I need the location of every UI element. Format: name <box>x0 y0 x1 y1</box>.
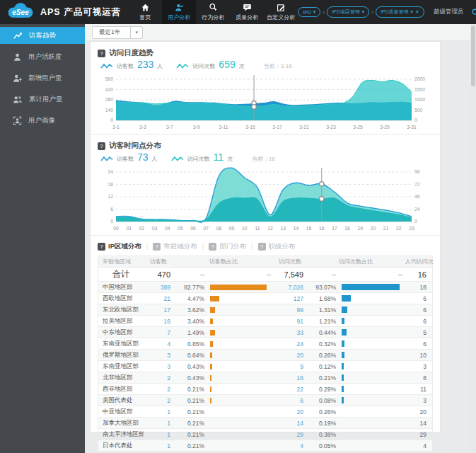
user-plus-icon <box>13 74 22 83</box>
nav-item-label: 质量分析 <box>236 13 258 21</box>
visitors-cell[interactable]: 2 <box>144 374 173 382</box>
visitors-cell[interactable]: 1 <box>144 431 173 438</box>
filter-toolbar: 最近1年 ▾ <box>85 24 476 41</box>
visitors-cell[interactable]: 21 <box>144 295 173 302</box>
column-header-1: 常驻地区域 <box>98 258 144 265</box>
table-row: 东南亚地区部40.85%240.32%6 <box>98 338 432 350</box>
scrollbar-thumb[interactable] <box>471 25 475 86</box>
table-total-row: 合计470----7,549----16 <box>98 268 432 282</box>
tab-1[interactable]: ?IP区域分布 <box>98 242 141 251</box>
visits-cell[interactable]: 91 <box>274 318 306 325</box>
close-icon[interactable]: ✕ <box>415 9 419 15</box>
search-icon[interactable] <box>470 6 476 18</box>
visits-bar <box>342 363 344 369</box>
nav-item-user-analysis[interactable]: 用户分析 <box>162 0 196 24</box>
sidebar-item-label: 用户活跃度 <box>28 52 62 62</box>
visits-pct-cell: 0.32% <box>306 340 340 348</box>
visitors-cell[interactable]: 4 <box>144 340 173 348</box>
visitors-cell[interactable]: 3 <box>144 352 173 359</box>
table-row: 俄罗斯地区部30.64%200.26%10 <box>98 350 432 361</box>
visitors-cell[interactable]: 1 <box>144 420 173 427</box>
sidebar-item-new-users[interactable]: 新增用户量 <box>0 69 85 86</box>
visitors-bar-cell <box>209 375 274 381</box>
svg-text:3-23: 3-23 <box>326 125 336 130</box>
visits-pct-cell: 1.31% <box>306 306 340 314</box>
daily-trend-chart[interactable]: 560200042015002801000140500003-13-33-73-… <box>98 73 433 134</box>
nav-item-home[interactable]: 首页 <box>128 0 162 24</box>
visits-cell[interactable]: 7,026 <box>274 284 306 291</box>
visitors-zigzag-icon <box>100 156 113 162</box>
svg-text:140: 140 <box>105 108 114 113</box>
avg-visits-cell: 18 <box>405 284 434 291</box>
visitors-cell[interactable]: 2 <box>144 397 173 404</box>
sidebar: 访客趋势用户活跃度新增用户量累计用户量用户画像 <box>0 24 85 453</box>
avg-visits-cell: 6 <box>405 318 434 325</box>
help-icon[interactable]: ? <box>98 50 105 57</box>
avg-visits-cell: 5 <box>405 329 434 336</box>
sidebar-item-total-users[interactable]: 累计用户量 <box>0 91 85 108</box>
avg-visits-cell: 20 <box>405 408 434 415</box>
visitors-bar <box>210 307 215 313</box>
svg-text:3-3: 3-3 <box>139 125 146 130</box>
chevron-down-icon: ▾ <box>411 9 414 15</box>
visits-cell[interactable]: 127 <box>274 295 306 302</box>
date-range-select[interactable]: 最近1年 ▾ <box>92 26 143 39</box>
help-icon[interactable]: ? <box>98 243 105 251</box>
visits-cell[interactable]: 99 <box>274 306 306 314</box>
visits-cell[interactable]: 22 <box>274 386 306 393</box>
nav-item-custom-analysis[interactable]: 自定义分析 <box>264 0 298 24</box>
visits-pct-cell: 93.07% <box>306 284 340 291</box>
table-row: 拉美地区部163.40%911.21%6 <box>98 316 432 327</box>
visits-cell[interactable]: 9 <box>274 363 306 370</box>
visits-cell[interactable]: 24 <box>274 340 306 348</box>
visits-cell[interactable]: 33 <box>274 329 306 336</box>
sidebar-item-visitor-trend[interactable]: 访客趋势 <box>0 27 85 44</box>
visits-cell[interactable]: 4 <box>274 442 306 449</box>
visits-cell[interactable]: 14 <box>274 420 306 427</box>
avg-visits-cell: 6 <box>405 340 434 348</box>
visits-cell[interactable]: 20 <box>274 408 306 415</box>
visitors-value: 233 <box>137 59 153 70</box>
visitors-cell[interactable]: 1 <box>144 442 173 449</box>
visitors-cell[interactable]: 7 <box>144 329 173 336</box>
custom-analysis-icon <box>277 3 286 12</box>
nav-item-behavior-analysis[interactable]: 行为分析 <box>196 0 230 24</box>
visits-pct-cell: 0.08% <box>306 397 340 404</box>
hourly-distribution-chart[interactable]: 2496187212486240000010203040506070809101… <box>98 166 433 235</box>
breadcrumb-pill[interactable]: IPD▾ <box>298 7 320 17</box>
help-icon[interactable]: ? <box>258 243 266 251</box>
tab-2[interactable]: ?常驻地分布 <box>153 242 197 251</box>
nav-item-quality-analysis[interactable]: 质量分析 <box>230 0 264 24</box>
visitors-cell[interactable]: 1 <box>144 408 173 415</box>
help-icon[interactable]: ? <box>98 142 105 150</box>
tab-3[interactable]: ?部门分布 <box>209 242 246 251</box>
region-cell: 加拿大地区部 <box>98 419 144 428</box>
help-icon[interactable]: ? <box>209 243 216 251</box>
sidebar-item-user-activity[interactable]: 用户活跃度 <box>0 48 85 65</box>
visits-cell[interactable]: 20 <box>274 352 306 359</box>
visits-pct-cell: 0.21% <box>306 374 340 382</box>
visits-cell[interactable]: 16 <box>274 374 306 382</box>
visits-cell[interactable]: 6 <box>274 397 306 404</box>
help-icon[interactable]: ? <box>153 243 161 251</box>
visitors-cell[interactable]: 389 <box>144 284 173 291</box>
tab-4[interactable]: ?职级分布 <box>258 242 296 251</box>
avg-visits-cell: 3 <box>405 397 434 404</box>
current-point-label: 当前：3-15 <box>264 62 292 70</box>
visitors-cell[interactable]: 16 <box>144 318 173 325</box>
visitors-pct-cell: 0.64% <box>173 352 209 359</box>
svg-text:15: 15 <box>306 226 312 231</box>
visitors-cell[interactable]: 2 <box>144 386 173 393</box>
sidebar-item-label: 访客趋势 <box>29 31 56 40</box>
visits-cell[interactable]: 29 <box>274 431 306 438</box>
visitors-bar-cell <box>209 319 274 324</box>
visitors-cell[interactable]: 17 <box>144 306 173 314</box>
breadcrumb-pill[interactable]: IPD质量管理▾✕ <box>376 6 424 18</box>
user-icon <box>13 52 22 62</box>
visitors-cell[interactable]: 3 <box>144 363 173 370</box>
sidebar-item-user-portrait[interactable]: 用户画像 <box>0 112 85 129</box>
visits-value: 11 <box>214 151 224 163</box>
scrollbar-track[interactable] <box>470 24 476 453</box>
breadcrumb-pill[interactable]: IPD项目管理▾ <box>327 6 369 18</box>
svg-text:1000: 1000 <box>414 97 425 102</box>
